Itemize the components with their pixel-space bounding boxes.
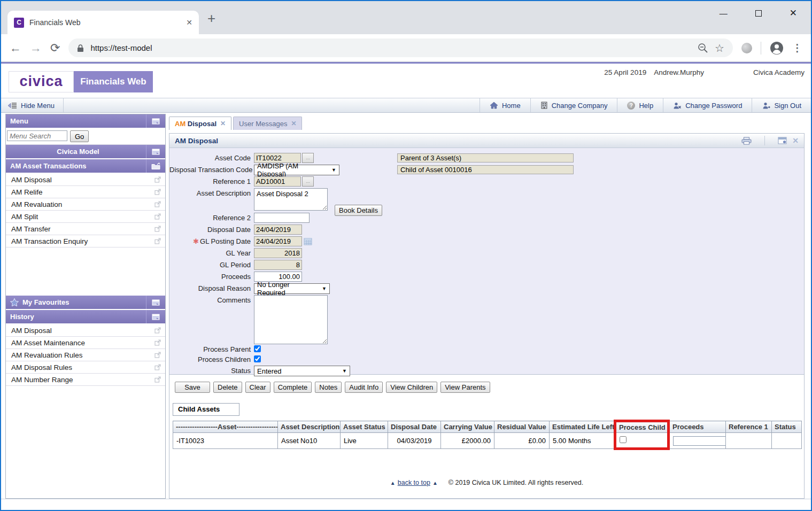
process-child-checkbox[interactable] bbox=[620, 436, 627, 443]
hide-menu-button[interactable]: Hide Menu bbox=[1, 98, 64, 112]
tab-user-messages[interactable]: User Messages ✕ bbox=[233, 117, 302, 130]
chevron-down-icon: ▼ bbox=[326, 167, 336, 173]
menu-search-input[interactable] bbox=[7, 130, 67, 141]
clear-button[interactable]: Clear bbox=[245, 382, 270, 393]
disposal-reason-select[interactable]: No Longer Required ▼ bbox=[254, 283, 330, 294]
close-window-icon[interactable]: ✕ bbox=[790, 7, 797, 19]
history-window-icon[interactable] bbox=[146, 310, 165, 323]
external-link-icon[interactable] bbox=[154, 376, 161, 383]
extension-icon[interactable] bbox=[741, 43, 752, 53]
history-item-am-number-range[interactable]: AM Number Range bbox=[6, 374, 165, 386]
menu-search-go-button[interactable]: Go bbox=[70, 130, 89, 142]
save-button[interactable]: Save bbox=[175, 382, 210, 393]
history-item-am-revaluation-rules[interactable]: AM Revaluation Rules bbox=[6, 349, 165, 361]
external-link-icon[interactable] bbox=[154, 364, 161, 370]
sidebar-item-am-transfer[interactable]: AM Transfer bbox=[6, 223, 165, 235]
delete-button[interactable]: Delete bbox=[213, 382, 242, 393]
new-tab-button[interactable]: + bbox=[207, 10, 215, 27]
bookmark-star-icon[interactable]: ☆ bbox=[715, 43, 724, 53]
selected-value: AMDISP (AM Disposal) bbox=[257, 162, 326, 178]
external-link-icon[interactable] bbox=[154, 201, 161, 207]
profile-avatar-icon[interactable] bbox=[770, 41, 784, 55]
process-children-checkbox[interactable] bbox=[254, 355, 261, 362]
cell-status bbox=[772, 433, 802, 449]
star-icon bbox=[10, 298, 19, 306]
tab-close-icon[interactable]: ✕ bbox=[186, 18, 192, 27]
disposal-transaction-code-select[interactable]: AMDISP (AM Disposal) ▼ bbox=[254, 165, 339, 175]
history-header: History bbox=[6, 310, 165, 324]
zoom-out-icon[interactable] bbox=[698, 43, 708, 53]
tab-close-icon[interactable]: ✕ bbox=[291, 120, 296, 127]
lock-icon bbox=[77, 44, 84, 52]
child-assets-tab[interactable]: Child Assets bbox=[173, 403, 239, 416]
asset-description-textarea[interactable]: Asset Disposal 2 bbox=[254, 188, 328, 211]
hide-menu-label: Hide Menu bbox=[21, 102, 55, 110]
document-tabs: AM Disposal ✕ User Messages ✕ bbox=[169, 117, 805, 130]
external-link-icon[interactable] bbox=[154, 339, 161, 346]
external-link-icon[interactable] bbox=[154, 327, 161, 334]
tab-close-icon[interactable]: ✕ bbox=[220, 120, 226, 127]
process-children-label: Process Children bbox=[169, 355, 254, 364]
nav-sign-out[interactable]: Sign Out bbox=[752, 98, 811, 112]
book-details-button[interactable]: Book Details bbox=[335, 205, 382, 216]
folder-icon[interactable] bbox=[146, 159, 165, 173]
nav-change-company[interactable]: Change Company bbox=[530, 98, 617, 112]
reference1-input[interactable] bbox=[254, 176, 301, 187]
favourites-header[interactable]: My Favourites bbox=[6, 296, 165, 310]
minimize-icon[interactable]: — bbox=[720, 9, 728, 18]
maximize-icon[interactable] bbox=[755, 10, 762, 17]
sidebar-item-am-disposal[interactable]: AM Disposal bbox=[6, 174, 165, 186]
nav-help[interactable]: ? Help bbox=[617, 98, 663, 112]
content-area: Menu Go Civica Model AM Asset Transactio… bbox=[1, 113, 811, 499]
browser-tab[interactable]: C Financials Web ✕ bbox=[7, 11, 199, 34]
nav-change-password[interactable]: Change Password bbox=[663, 98, 752, 112]
view-children-button[interactable]: View Children bbox=[386, 382, 437, 393]
sidebar-item-am-revaluation[interactable]: AM Revaluation bbox=[6, 198, 165, 211]
history-item-label: AM Disposal Rules bbox=[11, 363, 72, 371]
address-bar[interactable]: https://test-model ☆ bbox=[68, 38, 733, 57]
notes-button[interactable]: Notes bbox=[315, 382, 342, 393]
status-select[interactable]: Entered ▼ bbox=[254, 366, 350, 376]
url-text[interactable]: https://test-model bbox=[90, 43, 691, 52]
gl-posting-date-input[interactable] bbox=[254, 236, 302, 246]
reload-icon[interactable]: ⟳ bbox=[50, 42, 60, 54]
history-item-am-disposal[interactable]: AM Disposal bbox=[6, 324, 165, 337]
sidebar-item-am-relife[interactable]: AM Relife bbox=[6, 186, 165, 198]
child-assets-table-wrap: ------------------Asset-----------------… bbox=[173, 420, 801, 450]
model-window-icon[interactable] bbox=[146, 145, 165, 158]
menu-window-icon[interactable] bbox=[146, 114, 165, 128]
external-link-icon[interactable] bbox=[154, 213, 161, 220]
nav-home[interactable]: Home bbox=[480, 98, 530, 112]
browser-menu-icon[interactable]: ⋮ bbox=[792, 43, 802, 53]
detach-window-icon[interactable] bbox=[778, 137, 787, 144]
reference1-lookup-button[interactable]: ... bbox=[302, 176, 314, 187]
disposal-date-input[interactable] bbox=[254, 224, 302, 235]
table-row: -IT10023 Asset No10 Live 04/03/2019 £200… bbox=[173, 433, 802, 449]
back-to-top-link[interactable]: ▲ back to top ▲ bbox=[390, 479, 438, 486]
top-nav: Home Change Company ? Help Change Passwo… bbox=[480, 98, 811, 112]
history-item-am-asset-maintenance[interactable]: AM Asset Maintenance bbox=[6, 337, 165, 349]
external-link-icon[interactable] bbox=[154, 189, 161, 195]
external-link-icon[interactable] bbox=[154, 352, 161, 358]
comments-textarea[interactable] bbox=[254, 295, 328, 344]
audit-info-button[interactable]: Audit Info bbox=[345, 382, 383, 393]
complete-button[interactable]: Complete bbox=[274, 382, 312, 393]
calendar-icon[interactable] bbox=[304, 237, 312, 245]
external-link-icon[interactable] bbox=[154, 176, 161, 183]
sidebar-item-am-split[interactable]: AM Split bbox=[6, 211, 165, 223]
process-parent-checkbox[interactable] bbox=[254, 345, 261, 352]
sidebar-item-label: AM Transfer bbox=[11, 225, 51, 233]
history-item-am-disposal-rules[interactable]: AM Disposal Rules bbox=[6, 361, 165, 374]
panel-close-icon[interactable]: ✕ bbox=[792, 136, 799, 145]
sidebar-item-am-transaction-enquiry[interactable]: AM Transaction Enquiry bbox=[6, 235, 165, 247]
print-icon[interactable] bbox=[741, 137, 752, 145]
row-proceeds-input[interactable] bbox=[673, 436, 726, 446]
favourites-window-icon[interactable] bbox=[146, 296, 165, 309]
external-link-icon[interactable] bbox=[154, 238, 161, 244]
reference2-input[interactable] bbox=[254, 213, 310, 223]
tab-am-disposal[interactable]: AM Disposal ✕ bbox=[169, 117, 231, 130]
section-header-am-asset-transactions[interactable]: AM Asset Transactions bbox=[6, 159, 165, 174]
view-parents-button[interactable]: View Parents bbox=[440, 382, 490, 393]
external-link-icon[interactable] bbox=[154, 226, 161, 232]
back-icon[interactable]: ← bbox=[10, 42, 21, 54]
